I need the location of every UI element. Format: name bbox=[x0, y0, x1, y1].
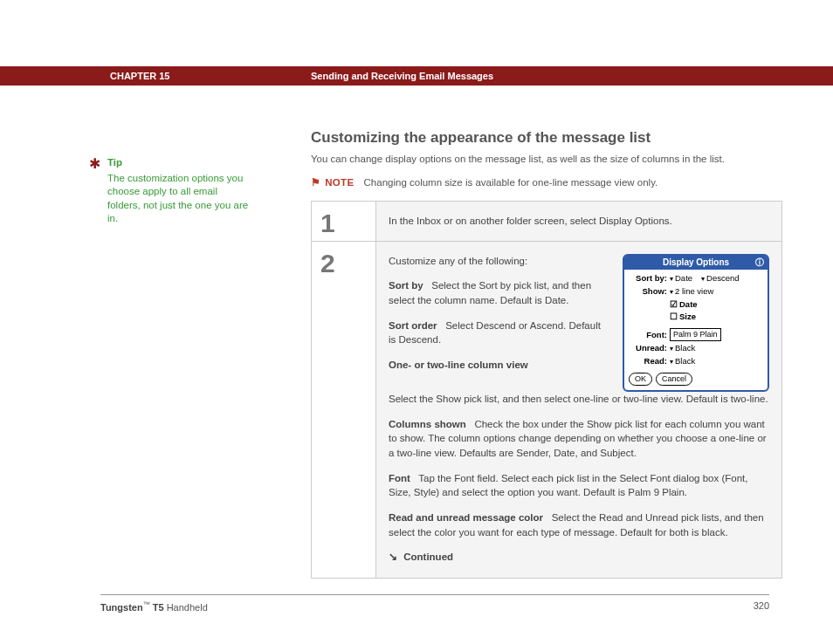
sortby-label: Sort by bbox=[389, 280, 423, 291]
step-number: 1 bbox=[312, 202, 376, 241]
step-1-text: In the Inbox or on another folder screen… bbox=[389, 214, 672, 229]
font-text: Tap the Font field. Select each pick lis… bbox=[389, 473, 747, 498]
sortby-para: Sort by Select the Sort by pick list, an… bbox=[389, 278, 610, 307]
sortorder-para: Sort order Select Descend or Ascend. Def… bbox=[389, 319, 610, 347]
section-heading: Customizing the appearance of the messag… bbox=[311, 129, 782, 147]
dlg-show-label: Show: bbox=[629, 285, 667, 298]
footer-model: T5 bbox=[153, 602, 164, 613]
display-options-dialog: Display Options ⓘ Sort by: Date Descend bbox=[623, 254, 769, 392]
tip-sidebar: ✱ Tip The customization options you choo… bbox=[92, 156, 249, 226]
note-flag-icon: ⚑ bbox=[311, 176, 320, 188]
note-label: NOTE bbox=[325, 177, 354, 188]
footer-product: Tungsten™ T5 Handheld bbox=[100, 600, 208, 613]
dlg-read-value[interactable]: Black bbox=[670, 355, 695, 367]
dialog-title-bar: Display Options ⓘ bbox=[624, 256, 768, 271]
dlg-read-label: Read: bbox=[629, 355, 667, 367]
note-line: ⚑ NOTE Changing column size is available… bbox=[311, 176, 782, 188]
page-number: 320 bbox=[754, 600, 769, 613]
columns-para: Columns shown Check the box under the Sh… bbox=[389, 417, 769, 461]
dlg-font-label: Font: bbox=[629, 329, 667, 341]
step-2-lead: Customize any of the following: bbox=[389, 254, 610, 269]
dlg-cancel-button[interactable]: Cancel bbox=[656, 373, 692, 386]
lineview-text: Select the Show pick list, and then sele… bbox=[389, 392, 769, 407]
dlg-unread-value[interactable]: Black bbox=[670, 342, 695, 354]
lineview-label-row: One- or two-line column view bbox=[389, 358, 610, 373]
dlg-unread-label: Unread: bbox=[629, 342, 667, 354]
step-1-body: In the Inbox or on another folder screen… bbox=[376, 202, 781, 241]
lineview-label: One- or two-line column view bbox=[389, 360, 528, 370]
dlg-show-value[interactable]: 2 line view bbox=[670, 285, 713, 298]
continued-row: ↘ Continued bbox=[389, 550, 769, 565]
tip-star-icon: ✱ bbox=[89, 154, 100, 174]
chapter-header-bar: CHAPTER 15 Sending and Receiving Email M… bbox=[0, 66, 833, 86]
page-footer: Tungsten™ T5 Handheld 320 bbox=[100, 594, 769, 613]
footer-brand: Tungsten bbox=[100, 602, 143, 613]
dlg-sortby-value[interactable]: Date bbox=[670, 272, 692, 284]
dlg-font-value[interactable]: Palm 9 Plain bbox=[670, 328, 721, 341]
footer-suffix: Handheld bbox=[167, 602, 208, 613]
dlg-sortorder-value[interactable]: Descend bbox=[701, 272, 740, 284]
tip-label: Tip bbox=[107, 156, 249, 170]
step-2: 2 Customize any of the following: Sort b… bbox=[312, 242, 781, 578]
step-number: 2 bbox=[312, 242, 376, 578]
step-1: 1 In the Inbox or on another folder scre… bbox=[312, 202, 781, 242]
continued-arrow-icon: ↘ bbox=[389, 550, 397, 565]
dlg-sortby-label: Sort by: bbox=[629, 272, 667, 284]
dlg-ok-button[interactable]: OK bbox=[629, 373, 652, 386]
readcolor-para: Read and unread message color Select the… bbox=[389, 510, 769, 539]
steps-box: 1 In the Inbox or on another folder scre… bbox=[311, 201, 782, 579]
font-para: Font Tap the Font field. Select each pic… bbox=[389, 471, 769, 500]
step-2-body: Customize any of the following: Sort by … bbox=[376, 242, 781, 578]
chapter-title: Sending and Receiving Email Messages bbox=[311, 71, 493, 81]
dlg-check-size[interactable]: Size bbox=[670, 311, 696, 323]
note-text: Changing column size is available for on… bbox=[364, 177, 658, 188]
sortorder-label: Sort order bbox=[389, 320, 437, 331]
dialog-title: Display Options bbox=[663, 257, 729, 267]
section-intro: You can change display options on the me… bbox=[311, 154, 782, 164]
main-content: Customizing the appearance of the messag… bbox=[311, 129, 782, 579]
dlg-check-date[interactable]: Date bbox=[670, 298, 698, 311]
tip-text: The customization options you choose app… bbox=[107, 172, 249, 226]
continued-label: Continued bbox=[403, 552, 453, 562]
font-label: Font bbox=[389, 473, 410, 483]
readcolor-label: Read and unread message color bbox=[389, 512, 543, 523]
columns-label: Columns shown bbox=[389, 419, 466, 429]
info-icon: ⓘ bbox=[755, 257, 764, 270]
chapter-label: CHAPTER 15 bbox=[110, 71, 311, 81]
